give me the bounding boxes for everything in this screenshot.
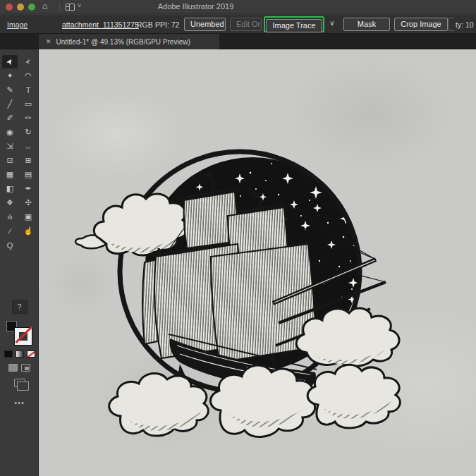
toolbar-overflow-button[interactable]: ••• — [0, 398, 39, 407]
tool-perspective-grid[interactable]: ▦ — [2, 168, 18, 181]
tool-blend[interactable]: ❖ — [2, 196, 18, 209]
tool-pen[interactable]: ✎ — [2, 83, 18, 97]
tool-shape-builder[interactable]: ⊞ — [20, 154, 36, 167]
tool-width[interactable]: ⇔ — [20, 140, 36, 153]
tool-rotate[interactable]: ↻ — [20, 126, 36, 139]
tool-zoom[interactable]: Q — [2, 238, 18, 252]
tool-blob-brush[interactable]: ◉ — [2, 126, 18, 139]
tool-column-graph[interactable]: ılı — [2, 210, 18, 224]
document-tab-bar: ✕ Untitled-1* @ 49.13% (RGB/GPU Preview) — [0, 34, 476, 49]
trace-presets-chevron-icon[interactable]: ∨ — [327, 19, 338, 30]
document-tab[interactable]: ✕ Untitled-1* @ 49.13% (RGB/GPU Preview) — [39, 34, 219, 49]
edit-original-button[interactable]: Edit Orig — [230, 18, 262, 31]
draw-normal-button[interactable] — [8, 364, 18, 372]
image-trace-highlight-box: Image Trace — [264, 16, 324, 32]
clipped-button-fragment — [448, 18, 454, 31]
app-title: Adobe Illustrator 2019 — [0, 2, 391, 11]
illustrator-window: ⌂ ˅ Adobe Illustrator 2019 Image attachm… — [0, 0, 476, 476]
tool-symbol-sprayer[interactable]: ✣ — [20, 196, 36, 209]
draw-behind-button[interactable] — [21, 364, 30, 372]
titlebar: ⌂ ˅ Adobe Illustrator 2019 — [0, 0, 476, 14]
tools-panel: ➤➣✦◠✎T╱▭✐✏◉↻⇲⇔⊡⊞▦▤◧✒❖✣ılı▣∕☝Q ? ••• — [0, 49, 39, 476]
tool-selection[interactable]: ➤ — [2, 55, 18, 68]
control-bar: Image attachment_111351275 RGB PPI: 72 U… — [0, 15, 476, 34]
tool-line-segment[interactable]: ╱ — [2, 97, 18, 111]
image-trace-button[interactable]: Image Trace — [266, 19, 322, 32]
help-button[interactable]: ? — [12, 300, 28, 314]
stroke-swatch-none[interactable] — [15, 328, 32, 345]
gradient-button[interactable] — [16, 350, 24, 358]
ppi-label: PPI: 72 — [155, 20, 179, 29]
none-button[interactable] — [27, 350, 35, 358]
linked-file-name[interactable]: attachment_111351275 — [62, 20, 139, 29]
tool-rectangle[interactable]: ▭ — [20, 97, 36, 111]
screen-mode-button[interactable] — [14, 379, 25, 387]
tool-paintbrush[interactable]: ✐ — [2, 111, 18, 125]
tool-slice[interactable]: ∕ — [2, 224, 18, 238]
tool-hand[interactable]: ☝ — [20, 224, 36, 238]
canvas-viewport[interactable] — [39, 49, 476, 476]
fill-stroke-widget — [6, 318, 33, 345]
tool-magic-wand[interactable]: ✦ — [2, 69, 18, 83]
color-mode-label: RGB — [137, 20, 153, 29]
tool-gradient[interactable]: ◧ — [2, 182, 18, 195]
close-tab-icon[interactable]: ✕ — [46, 38, 51, 45]
artwork-ship-emblem — [39, 49, 476, 476]
tool-grid: ➤➣✦◠✎T╱▭✐✏◉↻⇲⇔⊡⊞▦▤◧✒❖✣ılı▣∕☝Q — [0, 49, 38, 252]
tool-type[interactable]: T — [20, 83, 36, 97]
tool-mesh[interactable]: ▤ — [20, 168, 36, 181]
tool-artboard[interactable]: ▣ — [20, 210, 36, 224]
crop-image-button[interactable]: Crop Image — [394, 18, 448, 31]
tool-scale[interactable]: ⇲ — [2, 140, 18, 153]
unembed-button[interactable]: Unembed — [184, 18, 226, 31]
mask-button[interactable]: Mask — [343, 18, 390, 31]
document-tab-title: Untitled-1* @ 49.13% (RGB/GPU Preview) — [56, 38, 190, 46]
tool-free-transform[interactable]: ⊡ — [2, 154, 18, 167]
tool-pencil[interactable]: ✏ — [20, 111, 36, 125]
tool-lasso[interactable]: ◠ — [20, 69, 36, 83]
context-label: Image — [7, 20, 28, 29]
opacity-label-truncated: ty: 10 — [456, 20, 474, 29]
tool-direct-selection[interactable]: ➣ — [20, 55, 36, 68]
tool-eyedropper[interactable]: ✒ — [20, 182, 36, 195]
color-button[interactable] — [4, 350, 13, 358]
